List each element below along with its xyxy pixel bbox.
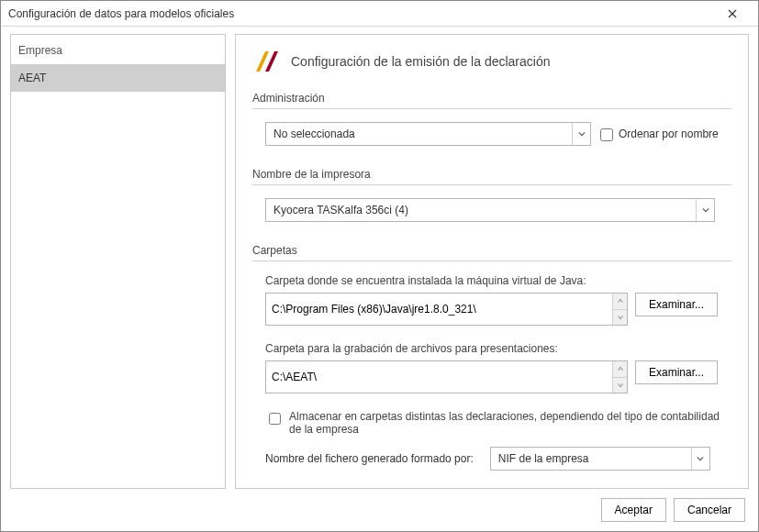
rec-path-wrap bbox=[265, 360, 628, 393]
store-separate-row: Almacenar en carpetas distintas las decl… bbox=[265, 410, 731, 436]
aeat-logo-icon bbox=[252, 48, 280, 75]
java-path-input[interactable] bbox=[265, 293, 628, 326]
spin-down-icon[interactable] bbox=[612, 377, 627, 393]
ok-button[interactable]: Aceptar bbox=[601, 498, 666, 522]
printer-select-value: Kyocera TASKalfa 356ci (4) bbox=[273, 204, 408, 216]
divider bbox=[252, 108, 731, 109]
rec-path-label: Carpeta para la grabación de archivos pa… bbox=[265, 342, 731, 355]
cancel-button[interactable]: Cancelar bbox=[674, 498, 745, 522]
rec-path-input[interactable] bbox=[265, 360, 628, 393]
section-label-printer: Nombre de la impresora bbox=[252, 168, 731, 181]
filename-select[interactable]: NIF de la empresa bbox=[490, 447, 710, 471]
dialog-window: Configuración de datos para modelos ofic… bbox=[0, 0, 759, 532]
java-path-spinner[interactable] bbox=[612, 294, 627, 325]
chevron-down-icon bbox=[691, 448, 709, 470]
rec-path-spinner[interactable] bbox=[612, 361, 627, 393]
sidebar-item-aeat[interactable]: AEAT bbox=[11, 64, 225, 92]
java-path-label: Carpeta donde se encuentra instalada la … bbox=[265, 274, 731, 287]
folders-block: Carpeta donde se encuentra instalada la … bbox=[252, 274, 731, 471]
divider bbox=[252, 184, 731, 185]
sidebar-header: Empresa bbox=[11, 35, 225, 64]
titlebar: Configuración de datos para modelos ofic… bbox=[1, 1, 758, 27]
divider bbox=[252, 260, 731, 261]
filename-label: Nombre del fichero generado formado por: bbox=[265, 452, 474, 465]
close-button[interactable] bbox=[714, 2, 751, 26]
store-separate-label: Almacenar en carpetas distintas las decl… bbox=[289, 410, 731, 436]
sidebar-item-label: AEAT bbox=[18, 72, 46, 84]
spin-up-icon[interactable] bbox=[612, 294, 627, 309]
printer-select[interactable]: Kyocera TASKalfa 356ci (4) bbox=[265, 198, 715, 222]
chevron-down-icon bbox=[696, 199, 714, 221]
java-path-wrap bbox=[265, 293, 628, 326]
spin-up-icon[interactable] bbox=[612, 361, 627, 377]
store-separate-checkbox[interactable] bbox=[269, 413, 281, 425]
browse-java-button[interactable]: Examinar... bbox=[635, 293, 718, 316]
main-panel: Configuración de la emisión de la declar… bbox=[235, 34, 749, 489]
rec-path-row: Examinar... bbox=[265, 360, 731, 393]
order-by-name-input[interactable] bbox=[600, 128, 613, 141]
filename-row: Nombre del fichero generado formado por:… bbox=[265, 447, 731, 471]
sidebar: Empresa AEAT bbox=[10, 34, 226, 489]
dialog-footer: Aceptar Cancelar bbox=[10, 489, 749, 522]
printer-row: Kyocera TASKalfa 356ci (4) bbox=[265, 198, 731, 222]
filename-select-value: NIF de la empresa bbox=[498, 452, 589, 465]
dialog-body: Empresa AEAT Configuración de la emisión… bbox=[1, 27, 758, 531]
java-path-row: Examinar... bbox=[265, 293, 731, 326]
section-label-folders: Carpetas bbox=[252, 244, 731, 257]
order-by-name-label: Ordenar por nombre bbox=[619, 127, 719, 140]
admin-row: No seleccionada Ordenar por nombre bbox=[265, 122, 731, 146]
page-title: Configuración de la emisión de la declar… bbox=[291, 54, 551, 69]
admin-select[interactable]: No seleccionada bbox=[265, 122, 591, 146]
content-area: Empresa AEAT Configuración de la emisión… bbox=[10, 34, 749, 489]
chevron-down-icon bbox=[572, 123, 590, 145]
spin-down-icon[interactable] bbox=[612, 309, 627, 326]
order-by-name-checkbox[interactable]: Ordenar por nombre bbox=[600, 127, 719, 141]
section-label-admin: Administración bbox=[252, 92, 731, 105]
page-heading-row: Configuración de la emisión de la declar… bbox=[252, 48, 731, 75]
window-title: Configuración de datos para modelos ofic… bbox=[8, 7, 714, 20]
admin-select-value: No seleccionada bbox=[273, 127, 355, 140]
browse-rec-button[interactable]: Examinar... bbox=[635, 360, 718, 384]
